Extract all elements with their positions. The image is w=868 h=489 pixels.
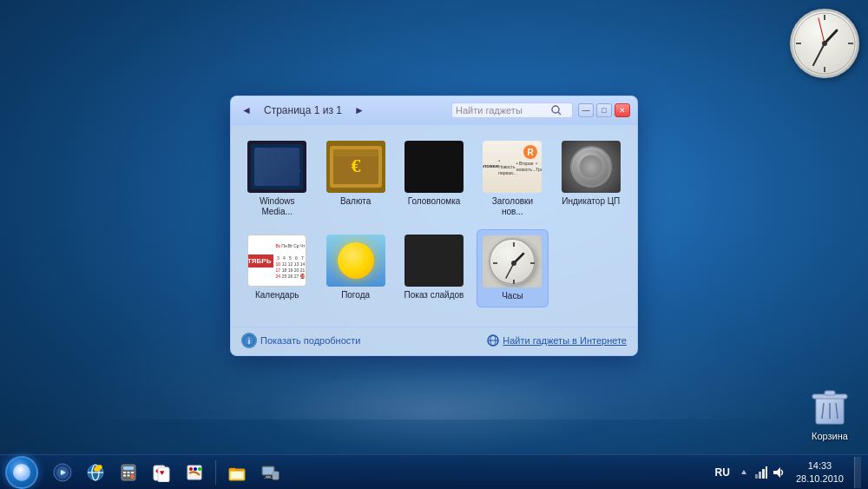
svg-rect-58 (131, 474, 134, 479)
taskbar-date: 28.10.2010 (796, 472, 844, 485)
gadget-item-calendar[interactable]: ОКТЯБРЬ ВсПнВтСрЧтПтСб 12 3456789 101112… (241, 229, 312, 307)
desktop-clock-widget (790, 9, 859, 78)
show-desktop-button[interactable] (854, 457, 861, 488)
svg-rect-78 (762, 469, 765, 479)
taskbar-icon-devices[interactable] (254, 457, 286, 488)
expand-arrow-icon (740, 468, 748, 477)
gadget-item-cpu[interactable]: Индикатор ЦП (556, 135, 627, 222)
svg-rect-28 (333, 149, 378, 156)
svg-point-8 (822, 41, 827, 46)
taskbar-icon-explorer[interactable] (221, 457, 253, 488)
gadget-label-weather: Погода (341, 290, 370, 301)
taskbar-icon-ie[interactable] (80, 457, 111, 488)
network-icon (754, 466, 768, 479)
svg-line-6 (813, 43, 825, 65)
taskbar: ♦ ♥ (0, 454, 868, 489)
online-gadgets-label: Найти гаджеты в Интернете (503, 335, 627, 346)
svg-rect-71 (266, 476, 271, 478)
svg-text:♥: ♥ (160, 468, 164, 477)
svg-point-64 (189, 467, 193, 471)
gadget-item-headlines[interactable]: Заголовки • Новость первая... • Вторая н… (477, 135, 548, 222)
search-input[interactable] (456, 105, 551, 116)
gadget-item-weather[interactable]: Погода (319, 229, 391, 307)
svg-line-16 (558, 112, 561, 115)
gadget-label-headlines: Заголовки нов... (480, 196, 544, 217)
nav-prev-button[interactable]: ◄ (238, 102, 255, 119)
svg-rect-72 (264, 478, 273, 479)
svg-rect-11 (825, 391, 835, 395)
svg-text:i: i (248, 337, 251, 346)
svg-rect-70 (263, 467, 273, 474)
devices-icon (260, 463, 279, 482)
gadget-label-clock: Часы (502, 291, 523, 301)
explorer-icon (227, 463, 247, 482)
minimize-button[interactable]: — (578, 103, 594, 117)
gadget-thumb-weather (326, 235, 385, 287)
media-player-icon (53, 463, 72, 482)
taskbar-icon-calculator[interactable] (113, 457, 144, 488)
close-button[interactable]: ✕ (615, 103, 630, 117)
svg-point-22 (279, 161, 299, 182)
recycle-bin[interactable]: Корзина (809, 386, 851, 441)
taskbar-icon-paint[interactable] (179, 457, 210, 488)
currency-thumbnail: € (326, 141, 385, 193)
svg-point-65 (194, 467, 197, 471)
search-box[interactable] (451, 102, 573, 118)
svg-rect-74 (273, 472, 278, 478)
online-gadgets-link[interactable]: Найти гаджеты в Интернете (487, 334, 627, 347)
svg-rect-68 (231, 472, 243, 479)
ie-icon (86, 463, 105, 482)
svg-point-15 (552, 106, 559, 113)
gadget-thumb-slideshow (404, 235, 464, 287)
show-details-button[interactable]: i Показать подробности (241, 333, 360, 348)
taskbar-time: 14:33 (808, 459, 832, 472)
gadget-thumb-calendar: ОКТЯБРЬ ВсПнВтСрЧтПтСб 12 3456789 101112… (247, 235, 306, 287)
svg-marker-80 (773, 467, 780, 478)
svg-rect-52 (123, 466, 134, 470)
maximize-button[interactable]: □ (596, 103, 612, 117)
gadget-item-slideshow[interactable]: Показ слайдов (398, 229, 470, 307)
start-button[interactable] (0, 455, 43, 490)
systray-volume-icon[interactable] (772, 466, 786, 479)
gadget-thumb-wmp: Windows Тема Media (247, 141, 306, 193)
svg-text:Тема: Тема (254, 157, 269, 163)
gadget-label-currency: Валюта (340, 196, 371, 207)
svg-rect-77 (759, 472, 761, 479)
taskbar-lang[interactable]: RU (712, 465, 733, 480)
taskbar-icons: ♦ ♥ (43, 455, 289, 489)
svg-rect-76 (755, 474, 758, 479)
nav-next-button[interactable]: ► (351, 102, 368, 119)
systray-expand-icon[interactable] (737, 466, 751, 479)
svg-rect-55 (131, 472, 134, 473)
gadget-item-clock[interactable]: Часы (477, 229, 548, 307)
svg-text:Windows: Windows (254, 149, 279, 155)
taskbar-icon-solitaire[interactable]: ♦ ♥ (146, 457, 177, 488)
svg-text:Media: Media (254, 165, 271, 171)
window-controls: — □ ✕ (578, 103, 630, 117)
info-icon: i (243, 334, 255, 347)
globe-icon (487, 334, 499, 347)
svg-rect-18 (251, 144, 303, 189)
gadget-window: ◄ Страница 1 из 1 ► — □ ✕ (230, 96, 638, 356)
gadget-item-currency[interactable]: € Валюта (319, 135, 391, 222)
taskbar-icon-mediaplayer[interactable] (47, 457, 78, 488)
volume-icon (772, 466, 786, 479)
page-indicator: Страница 1 из 1 (259, 104, 347, 116)
calculator-icon (119, 463, 138, 482)
svg-text:R: R (528, 148, 535, 157)
gadget-item-puzzle[interactable]: Головоломка (398, 135, 470, 222)
svg-line-7 (819, 18, 825, 43)
gadget-label-cpu: Индикатор ЦП (562, 196, 620, 207)
recycle-bin-svg (811, 386, 849, 427)
gadget-thumb-headlines: Заголовки • Новость первая... • Вторая н… (483, 141, 542, 193)
gadget-thumb-puzzle (404, 141, 464, 193)
systray-network-icon[interactable] (754, 466, 768, 479)
svg-rect-17 (247, 141, 306, 193)
solitaire-icon: ♦ ♥ (152, 463, 171, 482)
gadget-thumb-clock (483, 235, 542, 287)
svg-point-37 (511, 261, 516, 266)
taskbar-clock[interactable]: 14:33 28.10.2010 (789, 459, 851, 485)
paint-icon (185, 463, 204, 482)
taskbar-divider (215, 460, 216, 485)
gadget-item-wmp[interactable]: Windows Тема Media Windows Media... (241, 135, 312, 222)
